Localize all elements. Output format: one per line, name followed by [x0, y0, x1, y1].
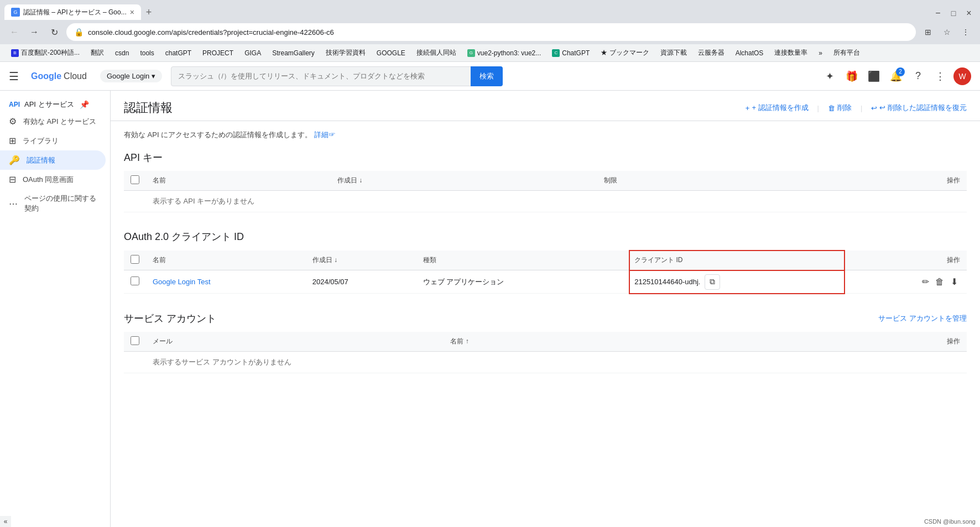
bookmark-csdn[interactable]: csdn: [111, 47, 133, 59]
project-selector[interactable]: Google Login ▾: [100, 70, 162, 82]
restore-button[interactable]: ↩ ↩ 削除した認証情報を復元: [871, 103, 967, 113]
search-button[interactable]: 検索: [471, 66, 503, 86]
bookmark-tech[interactable]: 技術学習資料: [321, 46, 370, 60]
restore-icon: ↩: [871, 104, 877, 112]
detail-link[interactable]: 詳細☞: [314, 131, 336, 139]
active-tab[interactable]: G 認証情報 – APIとサービス – Goo... ×: [4, 4, 141, 20]
sa-col-name[interactable]: 名前 ↑: [444, 332, 728, 352]
close-tab-icon[interactable]: ×: [130, 8, 134, 16]
forward-button[interactable]: →: [27, 24, 42, 40]
bookmark-tools[interactable]: tools: [135, 47, 158, 59]
api-keys-header-row: 名前 作成日 ↓ 制限 操作: [124, 171, 967, 191]
maximize-button[interactable]: □: [947, 7, 960, 20]
bookmark-project[interactable]: PROJECT: [198, 47, 238, 59]
api-keys-col-created[interactable]: 作成日 ↓: [331, 171, 597, 191]
api-keys-col-name: 名前: [146, 171, 331, 191]
bookmark-translate[interactable]: 翻訳: [86, 46, 108, 60]
oauth-row-actions-cell: ✏ 🗑 ⬇: [845, 270, 967, 294]
translate-icon[interactable]: ⊞: [920, 24, 936, 40]
refresh-button[interactable]: ↻: [46, 24, 62, 40]
bookmark-alchat[interactable]: AlchatOS: [731, 47, 768, 59]
more-options-icon[interactable]: ⋮: [958, 24, 973, 40]
bookmark-baidu[interactable]: B 百度翻訳-200种語...: [7, 46, 84, 60]
sa-select-all[interactable]: [131, 336, 139, 345]
page-header: 認証情報 + + 認証情報を作成 | 🗑 削除 | ↩ ↩ 削除した認証情報を復…: [111, 91, 980, 121]
bookmark-bookmarks[interactable]: ★ ブックマーク: [596, 46, 653, 60]
sidebar-item-oauth-consent[interactable]: ⊟ OAuth 同意画面: [0, 170, 106, 189]
address-bar[interactable]: 🔒 console.cloud.google.com/apis/credenti…: [66, 23, 916, 41]
oauth-col-name: 名前: [146, 251, 306, 270]
hamburger-menu[interactable]: ☰: [9, 70, 22, 83]
sidebar-item-enabled-apis[interactable]: ⚙ 有効な API とサービス: [0, 112, 106, 131]
sa-col-checkbox: [124, 332, 146, 352]
google-cloud-logo: Google Cloud: [31, 71, 87, 81]
minimize-button[interactable]: −: [931, 7, 945, 20]
bookmark-google[interactable]: GOOGLE: [372, 47, 410, 59]
bookmark-giga[interactable]: GIGA: [240, 47, 265, 59]
sidebar-label-credentials: 認証情報: [27, 155, 55, 165]
terminal-icon[interactable]: ⬛: [865, 67, 883, 85]
api-keys-select-all[interactable]: [131, 175, 139, 184]
oauth-credential-link[interactable]: Google Login Test: [153, 278, 211, 286]
bookmark-star-icon[interactable]: ☆: [939, 24, 955, 40]
sidebar-item-credentials[interactable]: 🔑 認証情報: [0, 150, 106, 170]
back-button[interactable]: ←: [7, 24, 22, 40]
main-content: 認証情報 + + 認証情報を作成 | 🗑 削除 | ↩ ↩ 削除した認証情報を復…: [111, 91, 980, 527]
bookmark-download[interactable]: 資源下載: [656, 46, 691, 60]
delete-button[interactable]: 🗑 削除: [828, 103, 852, 113]
sidebar-label-library: ライブラリ: [23, 136, 59, 146]
footer: CSDN @ibun.song: [920, 516, 980, 527]
credentials-icon: 🔑: [9, 155, 20, 165]
gift-icon[interactable]: 🎁: [843, 67, 861, 85]
service-accounts-title: サービス アカウント: [124, 312, 216, 325]
oauth-title: OAuth 2.0 クライアント ID: [124, 230, 967, 243]
collapse-icon: «: [4, 518, 8, 525]
bookmark-personal[interactable]: 接続個人同站: [412, 46, 461, 60]
oauth-header-row: 名前 作成日 ↓ 種類 クライアント ID 操作: [124, 251, 967, 270]
create-icon: +: [746, 104, 750, 112]
close-button[interactable]: ×: [962, 7, 976, 20]
bookmark-streamgallery[interactable]: StreamGallery: [268, 47, 319, 59]
bookmark-cloud[interactable]: 云服务器: [694, 46, 729, 60]
collapse-panel[interactable]: «: [0, 516, 11, 527]
sidebar-label-oauth-consent: OAuth 同意画面: [23, 175, 74, 185]
action-separator-2: |: [861, 104, 862, 112]
user-avatar[interactable]: W: [953, 67, 971, 85]
oauth-col-created[interactable]: 作成日 ↓: [306, 251, 416, 270]
bookmark-more[interactable]: »: [814, 47, 827, 59]
new-tab-button[interactable]: +: [141, 4, 157, 20]
sidebar-label-enabled-apis: 有効な API とサービス: [23, 117, 96, 127]
copy-client-id-button[interactable]: ⧉: [705, 274, 720, 290]
sa-col-email: メール: [146, 332, 444, 352]
edit-icon[interactable]: ✏: [922, 277, 929, 286]
manage-service-accounts-link[interactable]: サービス アカウントを管理: [878, 314, 967, 323]
more-menu-icon[interactable]: ⋮: [931, 67, 949, 85]
bookmark-chatgpt[interactable]: chatGPT: [161, 47, 196, 59]
oauth-col-client-id: クライアント ID: [629, 251, 845, 270]
trash-icon[interactable]: 🗑: [935, 277, 944, 286]
top-nav: ☰ Google Cloud Google Login ▾ 検索 ✦ 🎁 ⬛ 🔔…: [0, 62, 980, 91]
bookmark-vue2[interactable]: G vue2-python3: vue2...: [463, 47, 545, 59]
oauth-select-all[interactable]: [131, 255, 139, 264]
api-keys-title: API キー: [124, 151, 967, 164]
api-keys-section: API キー 名前 作成日 ↓ 制限 操作: [124, 151, 967, 212]
bookmark-all[interactable]: 所有平台: [829, 46, 864, 60]
url-text: console.cloud.google.com/apis/credential…: [88, 28, 908, 36]
bookmark-chatgpt2[interactable]: C ChatGPT: [548, 47, 594, 59]
notification-bell[interactable]: 🔔 2: [887, 67, 905, 85]
sa-col-actions: 操作: [728, 332, 967, 352]
sidebar-item-library[interactable]: ⊞ ライブラリ: [0, 131, 106, 150]
api-keys-col-actions: 操作: [782, 171, 967, 191]
search-input[interactable]: [178, 72, 466, 80]
sparkle-icon[interactable]: ✦: [821, 67, 838, 85]
oauth-sort-icon: ↓: [334, 256, 337, 264]
baidu-icon: B: [11, 49, 19, 57]
help-icon[interactable]: ?: [909, 67, 927, 85]
sidebar-item-terms[interactable]: ⋯ ページの使用に関する契約: [0, 189, 106, 218]
download-icon[interactable]: ⬇: [951, 277, 958, 286]
create-credentials-button[interactable]: + + 認証情報を作成: [746, 103, 809, 113]
sort-desc-icon: ↓: [359, 176, 362, 184]
enabled-apis-icon: ⚙: [9, 116, 17, 127]
bookmark-connection[interactable]: 連接数量率: [770, 46, 812, 60]
oauth-row-checkbox[interactable]: [131, 276, 139, 285]
